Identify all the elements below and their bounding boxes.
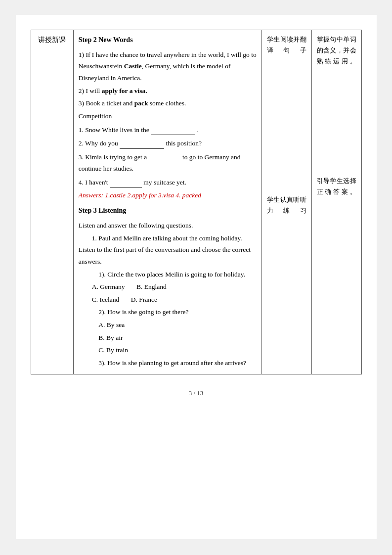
page-footer: 3 / 13 [31, 389, 362, 397]
step2-q2-post: this position? [166, 139, 202, 147]
content-cell: Step 2 New Words 1) If I have the chance… [73, 30, 261, 374]
step3-optA: A. Germany [92, 283, 125, 290]
step3-q2-sub-text: 2). How is she going to get there? [98, 308, 188, 316]
step3-optD: D. France [131, 296, 157, 303]
step2-q4-pre: 4. I haven't [79, 179, 108, 186]
step3-q3-sub-text: 3). How is she planning to get around af… [98, 359, 246, 367]
step2-q4-blank [110, 176, 142, 188]
step3-content: Listen and answer the following question… [79, 220, 257, 369]
step3-optB: B. England [136, 283, 167, 290]
step2-q1-post: . [197, 126, 199, 134]
section-label: 讲授新课 [38, 36, 66, 44]
step3-q1-intro-text: 1. Paul and Meilin are talking about the… [79, 234, 251, 265]
step3-q2-optB: B. By air [79, 332, 257, 344]
step2-q4-post: my suitcase yet. [143, 179, 186, 186]
step2-q2: 2. Why do you this position? [79, 137, 257, 149]
step2-q3-blank [149, 150, 181, 163]
step2-q2-blank [120, 137, 164, 149]
step3-q2-sub: 2). How is she going to get there? [79, 306, 257, 318]
teacher-text-2: 引导学生选择正确答案。 [317, 176, 356, 197]
teacher-cell: 掌握句中单词的含义，并会熟练运用。 引导学生选择正确答案。 [311, 30, 361, 374]
step2-q3: 3. Kimia is trying to get a to go to Ger… [79, 150, 257, 175]
step3-q1-intro: 1. Paul and Meilin are talking about the… [79, 232, 257, 268]
step2-p3: 3) Book a ticket and pack some clothes. [79, 97, 257, 109]
step3-intro: Listen and answer the following question… [79, 220, 257, 231]
student-cell: 学生阅读并翻译句子 学生认真听听力练习 [261, 30, 311, 374]
step3-q1-sub: 1). Circle the two places Meilin is goin… [79, 269, 257, 280]
step2-p3-pre: 3) Book a ticket and [79, 99, 134, 107]
step2-pack: pack [134, 99, 148, 107]
step3-q3-sub: 3). How is she planning to get around af… [79, 357, 257, 369]
step2-apply: apply for a visa. [102, 87, 147, 94]
step2-castle: Castle [124, 62, 142, 70]
teacher-text-1: 掌握句中单词的含义，并会熟练运用。 [317, 34, 356, 67]
step2-content: 1) If I have the chance to travel anywhe… [79, 49, 257, 201]
main-row: 讲授新课 Step 2 New Words 1) If I have the c… [31, 30, 361, 374]
page: 讲授新课 Step 2 New Words 1) If I have the c… [16, 15, 377, 539]
step2-q2-pre: 2. Why do you [79, 139, 118, 147]
step2-answers: Answers: 1.castle 2.apply for 3.visa 4. … [79, 189, 257, 201]
step3-options-CD: C. Iceland D. France [79, 294, 257, 306]
student-text-1: 学生阅读并翻译句子 [267, 34, 306, 56]
step2-p2: 2) I will apply for a visa. [79, 85, 257, 97]
step2-competition: Competition [79, 110, 257, 122]
step2-title: Step 2 New Words [79, 34, 257, 46]
main-table: 讲授新课 Step 2 New Words 1) If I have the c… [31, 30, 362, 374]
step3-options-AB: A. Germany B. England [79, 281, 257, 293]
step2-q4: 4. I haven't my suitcase yet. [79, 176, 257, 188]
step3-optC: C. Iceland [92, 296, 119, 303]
step2-p3-rest: some clothes. [148, 99, 186, 107]
student-text-2: 学生认真听听力练习 [267, 194, 306, 216]
step2-q1-blank [151, 123, 195, 136]
step2-q3-pre: 3. Kimia is trying to get a [79, 153, 147, 161]
step3-title: Step 3 Listening [79, 205, 257, 217]
step2-q1-pre: 1. Snow White lives in the [79, 126, 149, 134]
label-cell: 讲授新课 [31, 30, 73, 374]
step3-q1-sub-text: 1). Circle the two places Meilin is goin… [98, 271, 245, 278]
step3-q2-optC: C. By train [79, 344, 257, 356]
page-number: 3 / 13 [189, 389, 204, 397]
step2-p1: 1) If I have the chance to travel anywhe… [79, 49, 257, 84]
step2-q1: 1. Snow White lives in the . [79, 123, 257, 136]
step3-q2-optA: A. By sea [79, 319, 257, 331]
step2-p2-pre: 2) I will [79, 87, 102, 94]
